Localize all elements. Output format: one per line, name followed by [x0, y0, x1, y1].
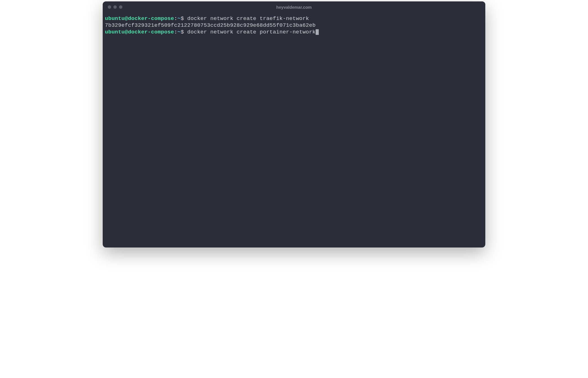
terminal-line: ubuntu@docker-compose:~$ docker network …	[105, 29, 483, 36]
title-bar: heyvaldemar.com	[103, 1, 485, 13]
traffic-lights	[103, 5, 122, 9]
prompt-symbol: $	[181, 29, 184, 35]
output-text: 7b329efcf329321ef509fc2122780753ccd25b92…	[105, 22, 316, 28]
prompt-user-host: ubuntu@docker-compose	[105, 29, 174, 35]
maximize-button[interactable]	[119, 5, 122, 9]
terminal-body[interactable]: ubuntu@docker-compose:~$ docker network …	[103, 13, 485, 248]
window-title: heyvaldemar.com	[276, 5, 312, 10]
prompt-symbol: $	[181, 15, 184, 22]
prompt-user-host: ubuntu@docker-compose	[105, 15, 174, 22]
prompt-path: ~	[177, 29, 181, 35]
command-text: docker network create traefik-network	[184, 15, 309, 22]
terminal-line: ubuntu@docker-compose:~$ docker network …	[105, 15, 483, 22]
terminal-line: 7b329efcf329321ef509fc2122780753ccd25b92…	[105, 22, 483, 29]
minimize-button[interactable]	[113, 5, 117, 9]
prompt-colon: :	[174, 15, 178, 22]
close-button[interactable]	[108, 5, 111, 9]
cursor	[316, 29, 319, 35]
prompt-colon: :	[174, 29, 178, 35]
prompt-path: ~	[177, 15, 181, 22]
terminal-window: heyvaldemar.com ubuntu@docker-compose:~$…	[103, 1, 485, 248]
command-text: docker network create portainer-network	[184, 29, 316, 35]
